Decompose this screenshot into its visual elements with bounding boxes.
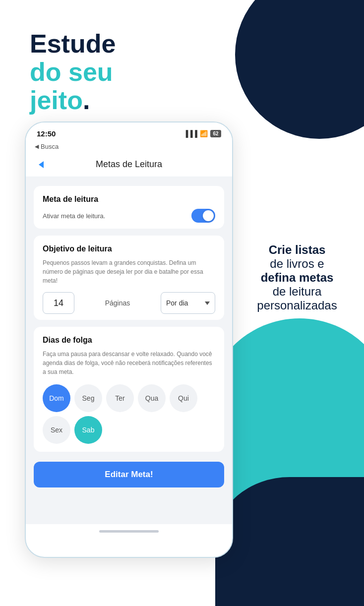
side-text-line5: personalizadas xyxy=(240,299,354,312)
signal-icon: ▐▐▐ xyxy=(183,130,197,137)
status-icons: ▐▐▐ 📶 62 xyxy=(183,130,221,137)
back-nav-label: Busca xyxy=(41,143,59,150)
editar-meta-button[interactable]: Editar Meta! xyxy=(34,462,224,487)
home-bar xyxy=(99,530,159,533)
pages-row: Páginas Por dia xyxy=(43,292,215,314)
back-button[interactable] xyxy=(34,157,49,172)
objetivo-title: Objetivo de leitura xyxy=(43,244,215,253)
side-text-line4: de leitura xyxy=(240,285,354,299)
day-chip-qui[interactable]: Qui xyxy=(170,384,197,412)
toggle-knob xyxy=(203,210,214,221)
side-text-line2: de livros e xyxy=(240,257,354,271)
page-title: Metas de Leitura xyxy=(96,159,162,170)
days-grid: DomSegTerQuaQuiSexSab xyxy=(43,384,215,444)
dias-folga-card: Dias de folga Faça uma pausa para descan… xyxy=(34,327,224,452)
day-chip-seg[interactable]: Seg xyxy=(74,384,102,412)
period-select[interactable]: Por dia xyxy=(161,292,215,314)
dias-desc: Faça uma pausa para descansar e volte re… xyxy=(43,350,215,376)
back-arrow-icon: ◀ xyxy=(35,143,39,150)
meta-leitura-card: Meta de leitura Ativar meta de leitura. xyxy=(34,186,224,229)
meta-section-title: Meta de leitura xyxy=(43,195,215,204)
side-text-block: Crie listas de livros e defina metas de … xyxy=(240,243,354,312)
meta-toggle[interactable] xyxy=(191,209,215,223)
side-text-line1: Crie listas xyxy=(240,243,354,257)
hero-line1: Estude xyxy=(30,30,116,58)
day-chip-qua[interactable]: Qua xyxy=(138,384,166,412)
day-chip-ter[interactable]: Ter xyxy=(106,384,134,412)
chevron-left-icon xyxy=(39,161,44,168)
hero-line2: do seu xyxy=(30,58,116,86)
back-nav[interactable]: ◀ Busca xyxy=(26,141,232,154)
chevron-down-icon xyxy=(205,302,210,305)
status-bar: 12:50 ▐▐▐ 📶 62 xyxy=(26,122,232,141)
objetivo-card: Objetivo de leitura Pequenos passos leva… xyxy=(34,236,224,320)
period-text: Por dia xyxy=(166,299,201,307)
toggle-label: Ativar meta de leitura. xyxy=(43,212,105,220)
hero-line3: jeito. xyxy=(30,86,116,115)
hero-text: Estude do seu jeito. xyxy=(30,30,116,115)
toggle-row: Ativar meta de leitura. xyxy=(43,209,215,223)
battery-indicator: 62 xyxy=(210,130,221,137)
content-area: Meta de leitura Ativar meta de leitura. … xyxy=(26,177,232,524)
wifi-icon: 📶 xyxy=(200,130,208,137)
day-chip-sab[interactable]: Sab xyxy=(74,416,102,444)
pages-label: Páginas xyxy=(79,299,156,307)
side-text-line3: defina metas xyxy=(240,271,354,285)
nav-bar: Metas de Leitura xyxy=(26,154,232,177)
status-time: 12:50 xyxy=(37,129,56,138)
day-chip-dom[interactable]: Dom xyxy=(43,384,70,412)
objetivo-desc: Pequenos passos levam a grandes conquist… xyxy=(43,258,215,285)
phone-mockup: 12:50 ▐▐▐ 📶 62 ◀ Busca Metas de Leitura … xyxy=(25,121,233,558)
day-chip-sex[interactable]: Sex xyxy=(43,416,70,444)
home-indicator xyxy=(26,524,232,537)
bg-dark-bottom xyxy=(215,477,364,606)
dias-title: Dias de folga xyxy=(43,336,215,345)
pages-input[interactable] xyxy=(43,292,74,314)
bg-dark-circle xyxy=(235,0,364,139)
